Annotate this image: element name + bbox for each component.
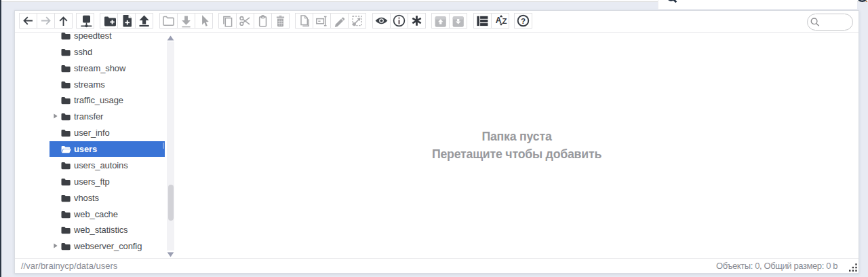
- svg-text:Z: Z: [502, 17, 507, 25]
- svg-text:?: ?: [521, 17, 526, 25]
